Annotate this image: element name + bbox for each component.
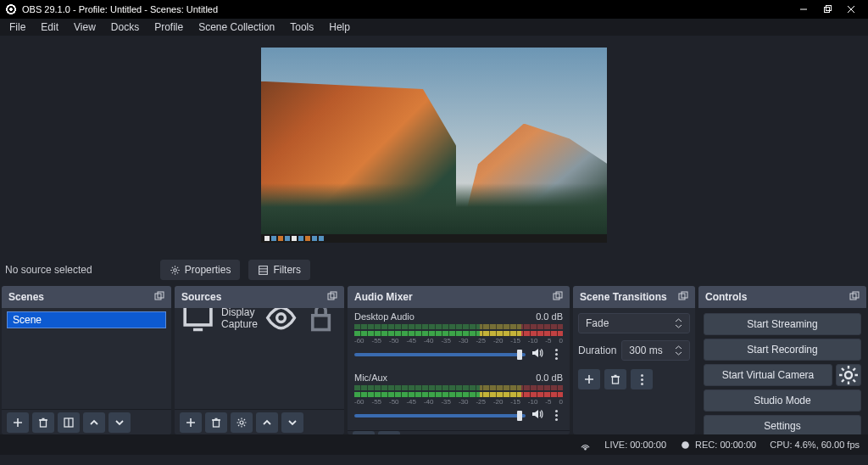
status-network-icon (580, 440, 591, 451)
speaker-icon[interactable] (531, 407, 544, 423)
source-move-up-button[interactable] (256, 412, 278, 433)
svg-rect-38 (613, 377, 619, 384)
select-updown-icon (675, 318, 682, 328)
settings-button[interactable]: Settings (704, 415, 861, 434)
popout-icon[interactable] (849, 291, 860, 304)
svg-point-29 (240, 421, 243, 424)
spinner-icon[interactable] (675, 345, 682, 356)
source-item[interactable]: Display Capture (175, 308, 344, 328)
transition-add-button[interactable] (578, 369, 600, 389)
window-title: OBS 29.1.0 - Profile: Untitled - Scenes:… (22, 4, 218, 14)
sources-dock: Sources Display Capture (175, 286, 344, 434)
scenes-dock: Scenes Scene (2, 286, 171, 434)
svg-point-45 (682, 441, 689, 449)
mixer-menu-button[interactable] (378, 431, 400, 434)
status-rec: REC: 00:00:00 (695, 440, 756, 450)
svg-rect-13 (41, 420, 47, 427)
svg-rect-6 (259, 266, 268, 274)
preview-canvas (261, 48, 607, 243)
scene-item-selected[interactable]: Scene (7, 311, 166, 328)
speaker-icon[interactable] (531, 346, 544, 362)
start-streaming-button[interactable]: Start Streaming (704, 313, 861, 335)
source-add-button[interactable] (180, 412, 202, 433)
svg-point-22 (276, 314, 285, 322)
no-source-label: No source selected (5, 264, 152, 276)
menu-edit[interactable]: Edit (33, 20, 66, 35)
source-remove-button[interactable] (205, 412, 227, 433)
audio-meter (354, 392, 563, 397)
db-ticks: -60-55-50-45-40-35-30-25-20-15-10-50 (354, 398, 563, 406)
audio-channel-desktop: Desktop Audio 0.0 dB -60-55-50-45-40-35-… (348, 308, 570, 369)
controls-dock: Controls Start Streaming Start Recording… (698, 286, 866, 434)
popout-icon[interactable] (553, 291, 563, 304)
start-recording-button[interactable]: Start Recording (704, 339, 861, 361)
svg-point-43 (845, 372, 852, 378)
controls-title: Controls (705, 291, 747, 303)
menu-scene-collection[interactable]: Scene Collection (191, 20, 282, 35)
channel-menu-button[interactable] (549, 410, 563, 421)
popout-icon[interactable] (327, 291, 337, 304)
source-move-down-button[interactable] (281, 412, 303, 433)
scene-remove-button[interactable] (32, 412, 54, 433)
audio-channel-mic: Mic/Aux 0.0 dB -60-55-50-45-40-35-30-25-… (348, 369, 570, 430)
preview-area[interactable] (0, 36, 868, 254)
captured-taskbar (261, 234, 607, 243)
svg-rect-20 (185, 308, 211, 325)
gear-icon (837, 363, 860, 387)
window-titlebar: OBS 29.1.0 - Profile: Untitled - Scenes:… (0, 0, 868, 19)
menubar: File Edit View Docks Profile Scene Colle… (0, 19, 868, 36)
duration-label: Duration (578, 345, 616, 356)
menu-tools[interactable]: Tools (282, 20, 321, 35)
svg-rect-1 (825, 8, 830, 13)
transitions-dock: Scene Transitions Fade Duration 300 ms (573, 286, 695, 434)
svg-point-5 (173, 268, 176, 272)
svg-rect-26 (214, 420, 220, 427)
scenes-title: Scenes (8, 291, 44, 303)
audio-meter (354, 331, 563, 336)
virtual-camera-settings-button[interactable] (836, 364, 861, 386)
studio-mode-button[interactable]: Studio Mode (704, 389, 861, 412)
obs-logo-icon (5, 3, 17, 15)
status-live: LIVE: 00:00:00 (604, 440, 666, 450)
svg-point-44 (585, 448, 586, 449)
source-properties-button[interactable] (231, 412, 253, 433)
transition-remove-button[interactable] (604, 369, 626, 389)
svg-rect-2 (826, 6, 832, 11)
window-minimize-button[interactable] (792, 1, 815, 18)
window-restore-button[interactable] (815, 1, 839, 18)
preview-toolbar: No source selected Properties Filters (0, 254, 868, 286)
volume-slider[interactable] (354, 353, 526, 356)
status-cpu: CPU: 4.6%, 60.00 fps (770, 440, 860, 450)
volume-slider[interactable] (354, 414, 526, 417)
menu-file[interactable]: File (2, 20, 33, 35)
filters-icon (258, 265, 269, 276)
transitions-title: Scene Transitions (580, 291, 667, 303)
menu-view[interactable]: View (66, 20, 103, 35)
popout-icon[interactable] (678, 291, 688, 304)
sources-title: Sources (181, 291, 221, 303)
properties-button[interactable]: Properties (160, 260, 241, 280)
scene-move-down-button[interactable] (108, 412, 131, 433)
start-virtual-camera-button[interactable]: Start Virtual Camera (704, 364, 832, 386)
record-icon (680, 440, 691, 451)
db-ticks: -60-55-50-45-40-35-30-25-20-15-10-50 (354, 337, 563, 345)
duration-input[interactable]: 300 ms (621, 340, 690, 361)
transition-select[interactable]: Fade (578, 313, 690, 333)
menu-profile[interactable]: Profile (147, 20, 191, 35)
menu-docks[interactable]: Docks (103, 20, 147, 35)
audio-mixer-dock: Audio Mixer Desktop Audio 0.0 dB -60-55-… (348, 286, 570, 434)
audio-meter (354, 324, 563, 329)
gear-icon (170, 265, 181, 276)
transition-menu-button[interactable] (631, 369, 653, 389)
mixer-advanced-button[interactable] (353, 431, 375, 434)
filters-button[interactable]: Filters (248, 260, 310, 280)
mixer-title: Audio Mixer (354, 291, 413, 303)
audio-meter (354, 385, 563, 390)
scene-add-button[interactable] (7, 412, 29, 433)
scene-move-up-button[interactable] (83, 412, 105, 433)
popout-icon[interactable] (154, 291, 164, 304)
channel-menu-button[interactable] (549, 349, 563, 360)
window-close-button[interactable] (839, 1, 863, 18)
menu-help[interactable]: Help (321, 20, 358, 35)
scene-filter-button[interactable] (58, 412, 80, 433)
